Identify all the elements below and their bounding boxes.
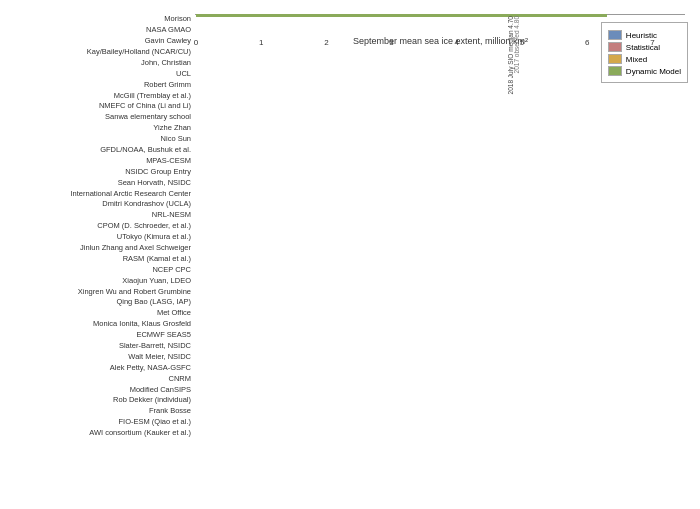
y-axis-label: Rob Dekker (individual) xyxy=(10,396,191,404)
y-axis-label: FIO-ESM (Qiao et al.) xyxy=(10,418,191,426)
y-axis-label: GFDL/NOAA, Bushuk et al. xyxy=(10,146,191,154)
chart-plot: 01234567 September mean sea ice extent, … xyxy=(195,14,685,15)
y-axis-label: Met Office xyxy=(10,309,191,317)
y-axis-label: Modified CanSIPS xyxy=(10,386,191,394)
y-axis-label: Xingren Wu and Robert Grumbine xyxy=(10,288,191,296)
y-axis-label: CPOM (D. Schroeder, et al.) xyxy=(10,222,191,230)
y-axis-label: Kay/Bailey/Holland (NCAR/CU) xyxy=(10,48,191,56)
y-axis-label: NMEFC of China (Li and Li) xyxy=(10,102,191,110)
y-axis-label: NRL-NESM xyxy=(10,211,191,219)
y-axis-label: International Arctic Research Center xyxy=(10,190,191,198)
y-axis-label: Robert Grimm xyxy=(10,81,191,89)
y-axis-label: Walt Meier, NSIDC xyxy=(10,353,191,361)
ref-label-2017: 2017 observed 4.80 xyxy=(513,16,520,73)
y-axis-label: NASA GMAO xyxy=(10,26,191,34)
y-axis-label: John, Christian xyxy=(10,59,191,67)
y-axis-label: AWI consortium (Kauker et al.) xyxy=(10,429,191,437)
y-axis-label: Gavin Cawley xyxy=(10,37,191,45)
y-axis-label: Morison xyxy=(10,15,191,23)
y-axis-label: Sean Horvath, NSIDC xyxy=(10,179,191,187)
y-axis-label: MPAS-CESM xyxy=(10,157,191,165)
y-axis-label: Frank Bosse xyxy=(10,407,191,415)
y-axis-label: NSIDC Group Entry xyxy=(10,168,191,176)
y-axis-label: Monica Ionita, Klaus Grosfeld xyxy=(10,320,191,328)
y-axis-label: ECMWF SEAS5 xyxy=(10,331,191,339)
y-axis-label: Alek Petty, NASA-GSFC xyxy=(10,364,191,372)
y-axis-label: Yizhe Zhan xyxy=(10,124,191,132)
y-axis-label: UCL xyxy=(10,70,191,78)
x-axis-title: September mean sea ice extent, million k… xyxy=(196,36,685,46)
ref-label-2018: 2018 July SIO median 4.70 xyxy=(507,16,514,94)
y-axis-label: Nico Sun xyxy=(10,135,191,143)
y-axis-label: Xiaojun Yuan, LDEO xyxy=(10,277,191,285)
y-axis-label: NCEP CPC xyxy=(10,266,191,274)
y-axis-label: McGill (Tremblay et al.) xyxy=(10,92,191,100)
y-axis-label: Dmitri Kondrashov (UCLA) xyxy=(10,200,191,208)
y-axis-labels: MorisonNASA GMAOGavin CawleyKay/Bailey/H… xyxy=(10,14,195,439)
y-axis-label: CNRM xyxy=(10,375,191,383)
y-axis-label: Slater-Barrett, NSIDC xyxy=(10,342,191,350)
y-axis-label: Jinlun Zhang and Axel Schweiger xyxy=(10,244,191,252)
bar xyxy=(196,14,607,17)
y-axis-label: UTokyo (Kimura et al.) xyxy=(10,233,191,241)
y-axis-label: Qing Bao (LASG, IAP) xyxy=(10,298,191,306)
chart-container: HeuristicStatisticalMixedDynamic Model M… xyxy=(0,0,700,509)
y-axis-label: Sanwa elementary school xyxy=(10,113,191,121)
y-axis-label: RASM (Kamal et al.) xyxy=(10,255,191,263)
